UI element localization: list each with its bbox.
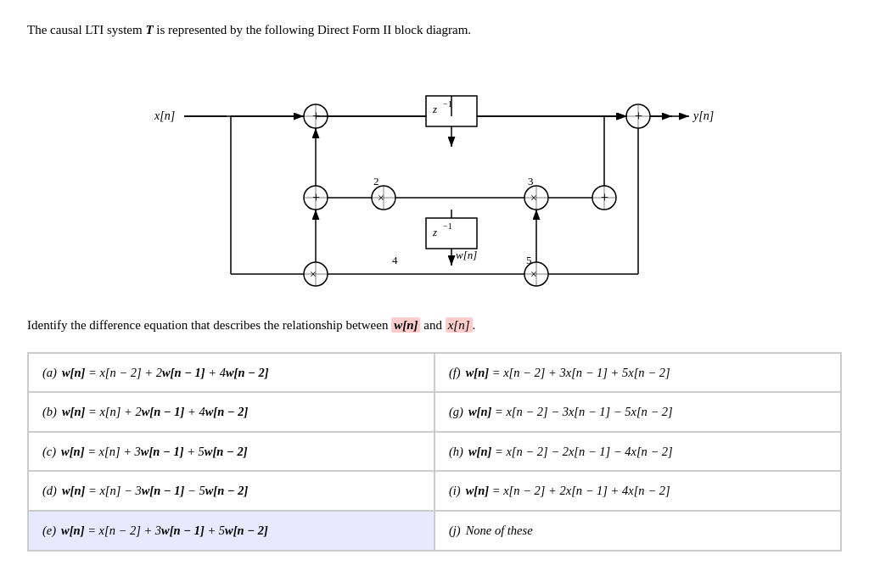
- question-text-before: Identify the difference equation that de…: [27, 318, 391, 332]
- option-equation: w[n] = x[n − 2] + 2x[n − 1] + 4x[n − 2]: [466, 484, 670, 497]
- wn-label-diagram: w[n]: [456, 249, 477, 261]
- option-label: (b): [42, 405, 57, 418]
- intro-paragraph: The causal LTI system T is represented b…: [27, 20, 842, 40]
- option-equation: w[n] = x[n − 2] + 3w[n − 1] + 5w[n − 2]: [61, 524, 268, 537]
- option-label: (e): [42, 524, 56, 537]
- option-equation: w[n] = x[n] − 3w[n − 1] − 5w[n − 2]: [62, 484, 248, 497]
- coeff-4: 4: [392, 254, 398, 266]
- question-text-end: .: [473, 318, 476, 332]
- svg-text:+: +: [601, 190, 608, 204]
- option-cell[interactable]: (j)None of these: [434, 511, 841, 551]
- option-equation: w[n] = x[n − 2] + 3x[n − 1] + 5x[n − 2]: [466, 366, 670, 379]
- option-equation: w[n] = x[n] + 3w[n − 1] + 5w[n − 2]: [61, 445, 247, 458]
- option-cell[interactable]: (f)w[n] = x[n − 2] + 3x[n − 1] + 5x[n − …: [434, 353, 841, 393]
- svg-text:×: ×: [530, 268, 537, 281]
- option-cell[interactable]: (h)w[n] = x[n − 2] − 2x[n − 1] − 4x[n − …: [434, 432, 841, 472]
- option-cell[interactable]: (c)w[n] = x[n] + 3w[n − 1] + 5w[n − 2]: [28, 432, 434, 472]
- coeff-2: 2: [373, 175, 379, 188]
- option-label: (f): [449, 366, 461, 379]
- option-label: (h): [449, 445, 463, 458]
- svg-text:−1: −1: [443, 99, 452, 109]
- xn-label: x[n]: [154, 109, 175, 122]
- yn-label: y[n]: [692, 109, 714, 122]
- option-cell[interactable]: (g)w[n] = x[n − 2] − 3x[n − 1] − 5x[n − …: [434, 392, 841, 432]
- option-cell[interactable]: (a)w[n] = x[n − 2] + 2w[n − 1] + 4w[n − …: [28, 353, 434, 393]
- intro-text-before: The causal LTI system: [27, 23, 145, 36]
- diagram-svg: x[n] + + y[n] z −1 + ×: [146, 53, 723, 300]
- coeff-5: 5: [526, 254, 532, 266]
- svg-text:+: +: [312, 190, 320, 204]
- question-x: x[n]: [446, 317, 473, 333]
- option-equation: w[n] = x[n − 2] + 2w[n − 1] + 4w[n − 2]: [62, 366, 269, 379]
- option-label: (c): [42, 445, 56, 458]
- question-w: w[n]: [391, 317, 420, 333]
- option-label: (i): [449, 484, 461, 497]
- svg-text:×: ×: [310, 268, 317, 281]
- svg-text:z: z: [432, 226, 437, 238]
- block-diagram: x[n] + + y[n] z −1 + ×: [27, 53, 842, 300]
- svg-text:+: +: [635, 109, 642, 123]
- option-label: (g): [449, 405, 463, 418]
- option-cell[interactable]: (d)w[n] = x[n] − 3w[n − 1] − 5w[n − 2]: [28, 471, 434, 511]
- option-label: (d): [42, 484, 57, 497]
- option-cell[interactable]: (b)w[n] = x[n] + 2w[n − 1] + 4w[n − 2]: [28, 392, 434, 432]
- svg-text:×: ×: [378, 192, 384, 204]
- option-equation: w[n] = x[n] + 2w[n − 1] + 4w[n − 2]: [62, 405, 248, 418]
- option-cell[interactable]: (i)w[n] = x[n − 2] + 2x[n − 1] + 4x[n − …: [434, 471, 841, 511]
- option-equation: w[n] = x[n − 2] − 3x[n − 1] − 5x[n − 2]: [468, 405, 673, 418]
- option-equation: w[n] = x[n − 2] − 2x[n − 1] − 4x[n − 2]: [468, 445, 673, 458]
- svg-text:−1: −1: [443, 221, 452, 231]
- option-label: (j): [449, 524, 461, 537]
- svg-text:×: ×: [530, 192, 537, 204]
- option-equation: None of these: [466, 524, 533, 537]
- intro-text-after: is represented by the following Direct F…: [154, 23, 471, 36]
- option-cell[interactable]: (e)w[n] = x[n − 2] + 3w[n − 1] + 5w[n − …: [28, 511, 434, 551]
- svg-text:z: z: [432, 103, 437, 115]
- option-label: (a): [42, 366, 57, 379]
- options-grid: (a)w[n] = x[n − 2] + 2w[n − 1] + 4w[n − …: [27, 352, 842, 552]
- coeff-3: 3: [528, 175, 534, 188]
- system-T: T: [145, 23, 153, 36]
- question-text-mid: and: [420, 318, 445, 332]
- question-paragraph: Identify the difference equation that de…: [27, 315, 842, 335]
